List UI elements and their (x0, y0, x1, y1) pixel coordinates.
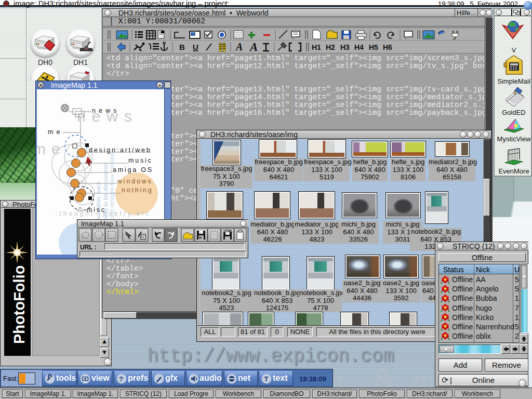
svg-text:design:art/web: design:art/web (89, 147, 152, 154)
svg-text:windows: windows (117, 178, 153, 185)
svg-text:H1: H1 (312, 43, 321, 51)
svg-text:me: me (48, 128, 63, 136)
svg-text:A: A (235, 41, 243, 52)
svg-text:A: A (249, 41, 258, 54)
svg-text:H: H (199, 236, 202, 240)
svg-text:H2: H2 (326, 43, 335, 51)
svg-text:misc: misc (87, 206, 106, 214)
svg-text:innovation: back: innovation: back (95, 181, 101, 224)
svg-text:news: news (92, 107, 119, 114)
svg-text:H6: H6 (383, 43, 392, 51)
svg-text:H5: H5 (369, 43, 378, 51)
svg-text:me: me (37, 140, 66, 157)
svg-text:nothing: nothing (122, 187, 153, 194)
svg-text:amiga OS: amiga OS (113, 166, 153, 174)
svg-text:T: T (264, 375, 269, 383)
svg-text:HTML: HTML (223, 229, 233, 233)
svg-text:H3: H3 (340, 43, 350, 51)
svg-text:?: ? (119, 375, 123, 383)
svg-text:H4: H4 (354, 43, 364, 51)
svg-text:U: U (193, 43, 198, 51)
svg-text:music: music (128, 157, 153, 164)
svg-text:B: B (179, 43, 185, 51)
